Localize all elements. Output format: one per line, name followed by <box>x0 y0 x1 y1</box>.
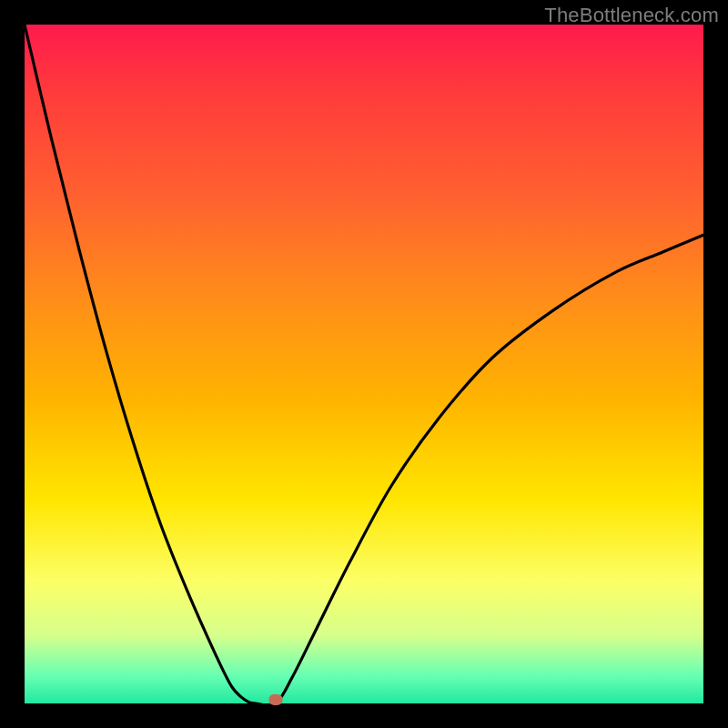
optimum-marker <box>269 694 283 705</box>
plot-area <box>25 25 703 703</box>
chart-frame: TheBottleneck.com <box>0 0 728 728</box>
bottleneck-curve <box>25 25 703 703</box>
curve-path <box>25 25 703 705</box>
watermark-text: TheBottleneck.com <box>544 4 719 27</box>
